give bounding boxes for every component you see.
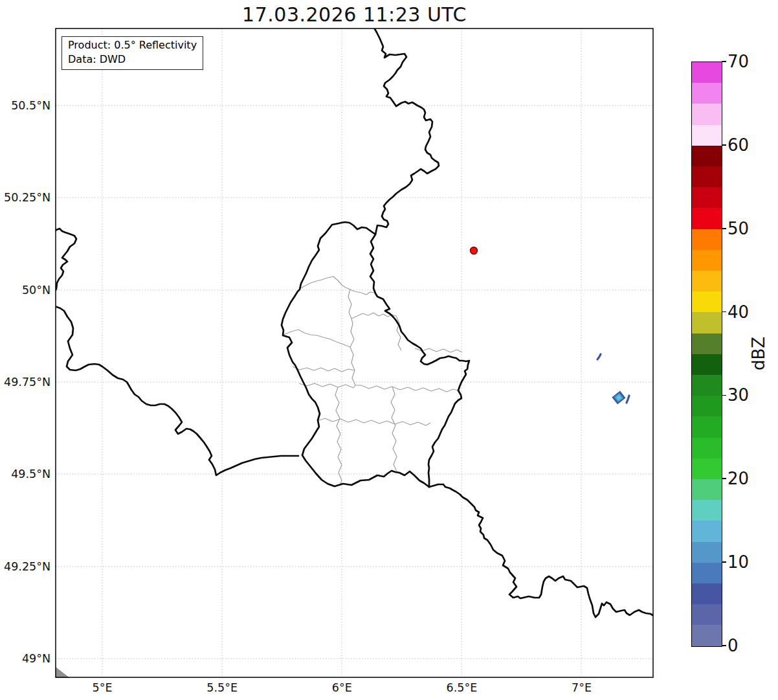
colorbar-tick-label: 30 (728, 384, 749, 406)
colorbar-band (692, 416, 722, 437)
colorbar-tick-label: 10 (728, 551, 749, 573)
colorbar-tick-label: 50 (728, 218, 749, 240)
y-tick-label: 49.5°N (0, 467, 50, 481)
colorbar-band (692, 83, 722, 104)
colorbar-band (692, 166, 722, 187)
colorbar-tick-mark (722, 144, 726, 146)
colorbar-band (692, 542, 722, 563)
colorbar-tick-label: 70 (728, 51, 749, 73)
corner-patch (56, 667, 70, 678)
y-tick-label: 49°N (0, 651, 50, 666)
radar-echoes (597, 354, 629, 404)
colorbar-band (692, 104, 722, 124)
colorbar-tick-mark (722, 228, 726, 229)
colorbar-band (692, 583, 722, 604)
border-fr-de (429, 484, 654, 617)
colorbar-tick-mark (722, 311, 726, 313)
colorbar-tick-label: 40 (728, 301, 749, 323)
colorbar-band (692, 563, 722, 583)
colorbar-tick-mark (722, 478, 726, 479)
colorbar-band (692, 291, 722, 312)
colorbar-tick-mark (722, 645, 726, 646)
y-tick-label: 50.5°N (0, 98, 50, 113)
colorbar-band (692, 125, 722, 146)
colorbar-band (692, 521, 722, 541)
border-luxembourg (282, 222, 429, 487)
border-fr-be-upper (54, 229, 76, 297)
colorbar-band (692, 333, 722, 354)
colorbar-label: dBZ (748, 324, 769, 383)
colorbar-band (692, 396, 722, 416)
echo-streak-1 (597, 354, 601, 359)
colorbar-band (692, 312, 722, 333)
colorbar-tick-label: 0 (728, 635, 739, 657)
colorbar-band (692, 354, 722, 375)
y-tick-label: 50°N (0, 283, 50, 297)
colorbar-tick-mark (722, 395, 726, 396)
colorbar-band (692, 146, 722, 166)
colorbar-band (692, 438, 722, 458)
grid-lines (56, 28, 653, 677)
colorbar-band (692, 375, 722, 396)
echo-streak-2 (627, 396, 629, 403)
y-tick-label: 49.25°N (0, 559, 50, 574)
canton-borders (283, 277, 462, 485)
x-tick-label: 6°E (313, 681, 371, 695)
colorbar (691, 62, 722, 647)
country-borders (54, 28, 654, 617)
colorbar-tick-label: 60 (728, 134, 749, 156)
x-tick-label: 7°E (553, 681, 611, 695)
border-de-be-lu-east (370, 28, 469, 487)
colorbar-band (692, 250, 722, 271)
colorbar-band (692, 625, 722, 646)
echo-cluster (612, 391, 625, 405)
radar-site-marker (471, 247, 478, 254)
colorbar-band (692, 271, 722, 291)
colorbar-band (692, 479, 722, 500)
colorbar-band (692, 187, 722, 208)
y-tick-label: 50.25°N (0, 190, 50, 205)
colorbar-band (692, 229, 722, 250)
data-source-line: Data: DWD (68, 52, 197, 67)
colorbar-band (692, 208, 722, 229)
x-tick-label: 5°E (73, 681, 131, 695)
product-line: Product: 0.5° Reflectivity (68, 38, 197, 52)
x-tick-label: 5.5°E (193, 681, 251, 695)
colorbar-band (692, 604, 722, 625)
y-tick-label: 49.75°N (0, 375, 50, 389)
map-canvas (0, 0, 778, 700)
x-tick-label: 6.5°E (432, 681, 491, 695)
border-fr-be (55, 306, 298, 475)
colorbar-tick-mark (722, 561, 726, 563)
radar-figure: 17.03.2026 11:23 UTC (0, 0, 778, 700)
product-info-box: Product: 0.5° Reflectivity Data: DWD (61, 36, 203, 70)
colorbar-tick-mark (722, 61, 726, 62)
colorbar-band (692, 458, 722, 479)
colorbar-band (692, 62, 722, 83)
plot-frame (56, 28, 653, 677)
colorbar-tick-label: 20 (728, 468, 749, 490)
colorbar-band (692, 500, 722, 521)
